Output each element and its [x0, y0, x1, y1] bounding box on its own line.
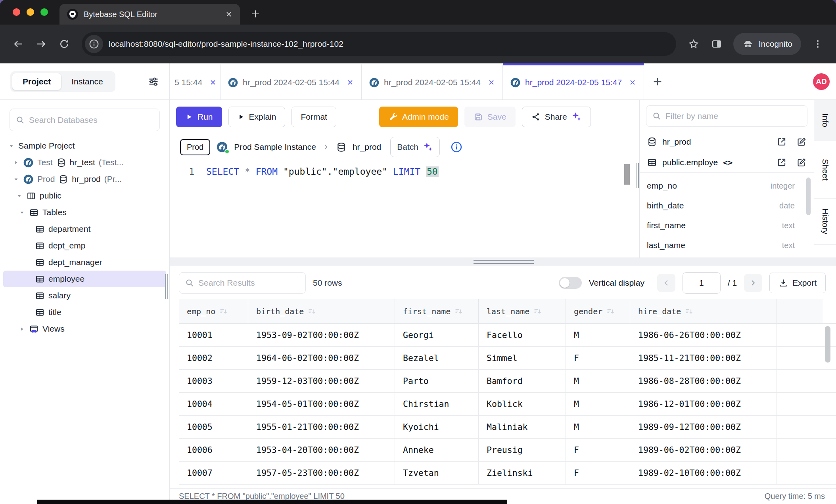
- result-cell[interactable]: M: [566, 324, 630, 346]
- search-results-input[interactable]: [198, 278, 300, 288]
- result-cell[interactable]: M: [566, 416, 630, 438]
- caret-down-icon[interactable]: [8, 143, 15, 149]
- close-tab-icon[interactable]: [346, 78, 354, 86]
- result-cell[interactable]: Tzvetan: [395, 462, 479, 484]
- result-cell[interactable]: 1986-12-01T00:00:00Z: [630, 393, 777, 415]
- forward-icon[interactable]: [32, 34, 51, 53]
- info-icon[interactable]: [451, 141, 462, 153]
- result-cell[interactable]: Koblick: [479, 393, 566, 415]
- column-row-birth-date[interactable]: birth_datedate: [640, 196, 814, 216]
- result-cell[interactable]: 10005: [179, 416, 248, 438]
- result-cell[interactable]: 1964-06-02T00:00:00Z: [248, 347, 395, 369]
- result-cell[interactable]: 10001: [179, 324, 248, 346]
- site-info-icon[interactable]: [85, 35, 103, 53]
- reload-icon[interactable]: [55, 34, 74, 53]
- column-row-first-name[interactable]: first_nametext: [640, 216, 814, 235]
- close-tab-icon[interactable]: [629, 78, 637, 86]
- caret-down-icon[interactable]: [16, 193, 23, 199]
- minimize-window-button[interactable]: [27, 8, 34, 16]
- result-cell[interactable]: Facello: [479, 324, 566, 346]
- tab-history[interactable]: History: [814, 199, 836, 245]
- tree-item-tables[interactable]: Tables: [3, 204, 166, 221]
- tree-item-prod[interactable]: Prodhr_prod(Pr...: [3, 171, 166, 187]
- editor-scrollbar[interactable]: [624, 164, 630, 185]
- result-cell[interactable]: 1957-05-23T00:00:00Z: [248, 462, 395, 484]
- sidebar-resize-handle[interactable]: [165, 274, 168, 299]
- instance-name[interactable]: Prod Sample Instance: [234, 142, 316, 152]
- result-cell[interactable]: 1989-02-10T00:00:00Z: [630, 462, 777, 484]
- column-row-emp-no[interactable]: emp_nointeger: [640, 176, 814, 196]
- schema-filter-box[interactable]: [646, 105, 807, 127]
- result-cell[interactable]: 10002: [179, 347, 248, 369]
- result-cell[interactable]: Preusig: [479, 439, 566, 461]
- result-cell[interactable]: F: [566, 462, 630, 484]
- open-external-icon[interactable]: [777, 137, 787, 147]
- tree-item-department[interactable]: department: [3, 221, 166, 237]
- tab-sheet[interactable]: Sheet: [814, 141, 836, 199]
- editor-tab-1[interactable]: 5 15:44: [170, 63, 221, 99]
- result-cell[interactable]: 10004: [179, 393, 248, 415]
- new-sheet-button[interactable]: [652, 76, 663, 87]
- result-cell[interactable]: Parto: [395, 370, 479, 392]
- filter-settings-icon[interactable]: [148, 76, 159, 87]
- tree-item-salary[interactable]: salary: [3, 287, 166, 304]
- result-cell[interactable]: Georgi: [395, 324, 479, 346]
- format-button[interactable]: Format: [291, 107, 336, 127]
- explain-button[interactable]: Explain: [228, 107, 286, 127]
- result-cell[interactable]: F: [566, 347, 630, 369]
- run-button[interactable]: Run: [176, 107, 222, 127]
- column-header-hire-date[interactable]: hire_date: [630, 299, 777, 323]
- result-cell[interactable]: 1989-09-12T00:00:00Z: [630, 416, 777, 438]
- filter-by-name-input[interactable]: [665, 111, 801, 121]
- column-row-last-name[interactable]: last_nametext: [640, 235, 814, 255]
- browser-menu-icon[interactable]: [808, 34, 827, 53]
- table-scrollbar[interactable]: [825, 326, 830, 363]
- results-resize-divider[interactable]: [170, 258, 836, 266]
- editor-tab-2[interactable]: hr_prod 2024-02-05 15:44: [221, 63, 362, 99]
- schema-database-row[interactable]: hr_prod: [640, 132, 814, 152]
- tree-item-employee[interactable]: employee: [3, 271, 166, 287]
- tab-project[interactable]: Project: [12, 73, 61, 90]
- tree-item-views[interactable]: Views: [3, 321, 166, 337]
- result-cell[interactable]: 1985-11-21T00:00:00Z: [630, 347, 777, 369]
- prev-page-button[interactable]: [657, 274, 675, 292]
- result-cell[interactable]: Maliniak: [479, 416, 566, 438]
- side-panel-icon[interactable]: [707, 34, 726, 53]
- caret-down-icon[interactable]: [13, 176, 19, 183]
- page-number-input[interactable]: [683, 272, 721, 294]
- result-cell[interactable]: 1953-04-20T00:00:00Z: [248, 439, 395, 461]
- schema-table-row[interactable]: public.employe <>: [640, 152, 814, 173]
- panel-resize-handle[interactable]: [636, 163, 639, 188]
- result-cell[interactable]: 1954-05-01T00:00:00Z: [248, 393, 395, 415]
- result-cell[interactable]: F: [566, 439, 630, 461]
- search-databases-input[interactable]: [29, 115, 154, 125]
- result-cell[interactable]: Simmel: [479, 347, 566, 369]
- result-cell[interactable]: Chirstian: [395, 393, 479, 415]
- column-header-birth-date[interactable]: birth_date: [248, 299, 395, 323]
- code-icon[interactable]: <>: [723, 158, 732, 167]
- batch-button[interactable]: Batch: [390, 137, 440, 157]
- tree-item-dept-emp[interactable]: dept_emp: [3, 237, 166, 254]
- column-header-emp-no[interactable]: emp_no: [179, 299, 248, 323]
- caret-down-icon[interactable]: [19, 209, 25, 216]
- tree-item-sample-project[interactable]: Sample Project: [3, 137, 166, 154]
- caret-right-icon[interactable]: [13, 159, 19, 166]
- result-cell[interactable]: 1989-06-02T00:00:00Z: [630, 439, 777, 461]
- result-cell[interactable]: 1953-09-02T00:00:00Z: [248, 324, 395, 346]
- user-avatar[interactable]: AD: [813, 73, 830, 90]
- close-window-button[interactable]: [13, 8, 20, 16]
- result-cell[interactable]: 10007: [179, 462, 248, 484]
- drag-grip[interactable]: [474, 260, 534, 264]
- column-header-first-name[interactable]: first_name: [395, 299, 479, 323]
- result-cell[interactable]: Anneke: [395, 439, 479, 461]
- edit-icon[interactable]: [796, 137, 807, 147]
- database-search-box[interactable]: [10, 109, 160, 131]
- new-tab-button[interactable]: [250, 9, 261, 19]
- tree-item-title[interactable]: title: [3, 304, 166, 321]
- result-cell[interactable]: 1986-06-26T00:00:00Z: [630, 324, 777, 346]
- result-cell[interactable]: Bamford: [479, 370, 566, 392]
- database-name[interactable]: hr_prod: [353, 142, 381, 152]
- editor-tab-3[interactable]: hr_prod 2024-02-05 15:44: [362, 63, 503, 99]
- results-search-box[interactable]: [179, 272, 306, 294]
- editor-tab-4-active[interactable]: hr_prod 2024-02-05 15:47: [503, 63, 644, 99]
